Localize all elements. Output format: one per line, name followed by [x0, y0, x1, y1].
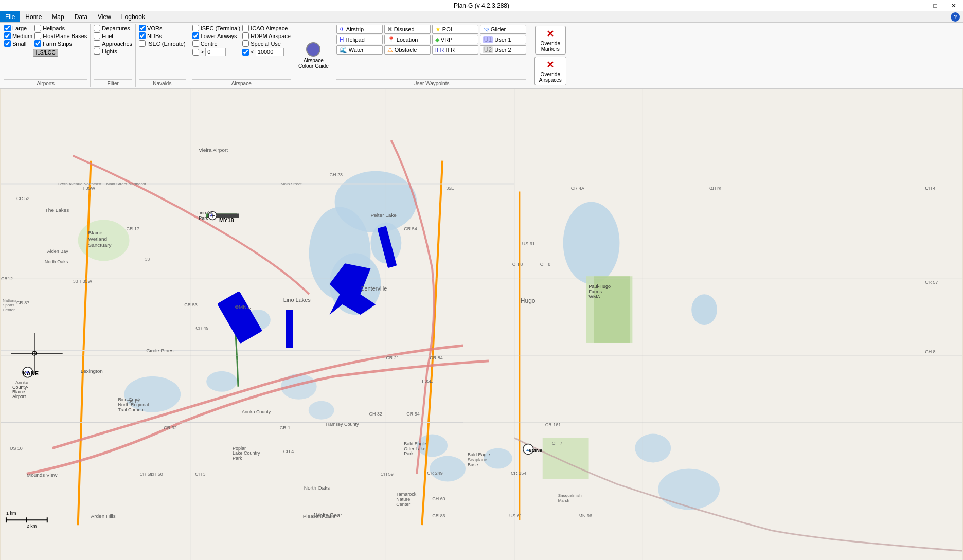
place-tamarock-2: Nature — [396, 497, 410, 502]
lt-input[interactable] — [256, 48, 284, 56]
airspace-col1: ISEC (Terminal) Lower Airways Centre > — [192, 25, 241, 56]
cb-centre-label[interactable]: Centre — [201, 41, 218, 47]
place-snoqualmish: Snoqualmish — [558, 493, 582, 498]
btn-obstacle[interactable]: ⚠ Obstacle — [384, 45, 431, 55]
cb-approaches-label[interactable]: Approaches — [102, 41, 132, 47]
svg-point-16 — [309, 401, 334, 420]
cb-isec-enroute-row: ISEC (Enroute) — [139, 40, 186, 47]
help-button[interactable]: ? — [951, 12, 960, 22]
cb-rdpm[interactable] — [242, 32, 249, 39]
cb-large-label[interactable]: Large — [12, 25, 27, 31]
cb-gt-label[interactable]: > — [201, 48, 226, 56]
place-rice-creek: Rice Creek — [118, 397, 141, 402]
override-markers-button[interactable]: ✕ OverrideMarkers — [535, 26, 566, 55]
place-hugo: Hugo — [521, 297, 536, 304]
airports-col2: Helipads FloatPlane Bases Farm Strips — [34, 25, 87, 47]
road-label-CH4-farright: CH 4 — [925, 186, 935, 191]
cb-icao-label[interactable]: ICAO Airspace — [251, 25, 288, 31]
menu-home[interactable]: Home — [20, 11, 47, 22]
btn-ifr[interactable]: IFR IFR — [432, 45, 478, 55]
cb-approaches[interactable] — [94, 40, 100, 47]
road-label-CR54: CR 54 — [404, 226, 417, 231]
cb-ndbs-row: NDBs — [139, 32, 186, 39]
filter-checkboxes: Departures Fuel Approaches Lights — [94, 25, 132, 55]
cb-departures[interactable] — [94, 25, 100, 31]
cb-fuel-label[interactable]: Fuel — [102, 33, 113, 39]
menu-data[interactable]: Data — [69, 11, 93, 22]
btn-user1[interactable]: U1 User 1 — [480, 35, 526, 44]
minimize-button[interactable]: ─ — [907, 0, 926, 11]
place-pleasant-lake: Pleasant Lake — [303, 513, 336, 519]
cb-departures-row: Departures — [94, 25, 132, 31]
btn-poi[interactable]: ★ POI — [432, 25, 478, 34]
cb-isec-terminal[interactable] — [192, 25, 199, 31]
override-airspaces-button[interactable]: ✕ OverrideAirspaces — [534, 57, 566, 85]
cb-fuel[interactable] — [94, 32, 100, 39]
cb-helipads-label[interactable]: Helipads — [43, 25, 65, 31]
cb-departures-label[interactable]: Departures — [102, 25, 130, 31]
cb-lights[interactable] — [94, 48, 100, 55]
cb-small-label[interactable]: Small — [12, 41, 27, 47]
cb-medium[interactable] — [4, 32, 11, 39]
navaids-checkboxes: VORs NDBs ISEC (Enroute) — [139, 25, 186, 47]
cb-lower-airways-label[interactable]: Lower Airways — [201, 33, 237, 39]
cb-vors[interactable] — [139, 25, 146, 31]
menu-logbook[interactable]: Logbook — [116, 11, 150, 22]
menu-map[interactable]: Map — [47, 11, 69, 22]
svg-point-9 — [206, 371, 237, 392]
btn-user2[interactable]: U2 User 2 — [480, 45, 526, 55]
airports-col1: Large Medium Small — [4, 25, 32, 47]
cb-approaches-row: Approaches — [94, 40, 132, 47]
road-label-CR87: CR 87 — [16, 300, 29, 305]
cb-lights-label[interactable]: Lights — [102, 48, 117, 55]
btn-location[interactable]: 📍 Location — [384, 35, 431, 44]
cb-lower-airways[interactable] — [192, 32, 199, 39]
cb-isec-enroute[interactable] — [139, 40, 146, 47]
svg-point-14 — [658, 468, 720, 510]
scale-label-1km: 1 km — [6, 511, 16, 516]
waypoints-row3: 🌊 Water ⚠ Obstacle IFR IFR U2 User 2 — [336, 45, 526, 55]
btn-vrp[interactable]: ◆ VRP — [432, 35, 478, 44]
vrp-label: VRP — [441, 37, 453, 43]
btn-airstrip[interactable]: ✈ Airstrip — [336, 25, 383, 34]
cb-isec-terminal-label[interactable]: ISEC (Terminal) — [201, 25, 241, 31]
cb-helipads[interactable] — [34, 25, 41, 31]
place-anoka-county: Anoka County — [242, 409, 271, 414]
cb-centre[interactable] — [192, 40, 199, 47]
cb-lt[interactable] — [242, 49, 249, 56]
menu-view[interactable]: View — [93, 11, 116, 22]
map-container[interactable]: ✈ MY18 Lino Air Park ✈ KANE Anoka County… — [0, 89, 963, 560]
close-button[interactable]: ✕ — [944, 0, 963, 11]
cb-small[interactable] — [4, 40, 11, 47]
cb-lt-label[interactable]: < — [251, 48, 283, 56]
cb-icao[interactable] — [242, 25, 249, 31]
menu-file[interactable]: File — [0, 11, 20, 22]
place-rice-creek-2: North Regional — [118, 402, 149, 407]
waypoints-buttons: ✈ Airstrip ✖ Disused ★ POI 🛩 Glider — [336, 25, 526, 55]
road-label-33-2: 33 — [145, 257, 150, 262]
btn-glider[interactable]: 🛩 Glider — [480, 25, 526, 34]
cb-special-use-label[interactable]: Special Use — [251, 41, 281, 47]
cb-farmstrips[interactable] — [34, 40, 41, 47]
cb-ndbs[interactable] — [139, 32, 146, 39]
cb-large[interactable] — [4, 25, 11, 31]
disused-label: Disused — [394, 26, 415, 32]
water-icon: 🌊 — [340, 46, 347, 53]
place-blaine: Blaine — [88, 230, 103, 236]
cb-farmstrips-label[interactable]: Farm Strips — [43, 41, 72, 47]
cb-medium-label[interactable]: Medium — [12, 33, 32, 39]
cb-floatplane[interactable] — [34, 32, 41, 39]
cb-floatplane-label[interactable]: FloatPlane Bases — [43, 33, 87, 39]
maximize-button[interactable]: □ — [926, 0, 944, 11]
place-bald-eagle-seaplane-3: Base — [468, 462, 478, 467]
cb-rdpm-label[interactable]: RDPM Airspace — [251, 33, 291, 39]
cb-isec-enroute-label[interactable]: ISEC (Enroute) — [147, 41, 186, 47]
btn-helipad[interactable]: H Helipad — [336, 35, 383, 44]
gt-input[interactable] — [205, 48, 226, 56]
cb-vors-label[interactable]: VORs — [147, 25, 162, 31]
btn-disused[interactable]: ✖ Disused — [384, 25, 431, 34]
cb-gt[interactable] — [192, 49, 199, 56]
cb-special-use[interactable] — [242, 40, 249, 47]
btn-water[interactable]: 🌊 Water — [336, 45, 383, 55]
cb-ndbs-label[interactable]: NDBs — [147, 33, 162, 39]
